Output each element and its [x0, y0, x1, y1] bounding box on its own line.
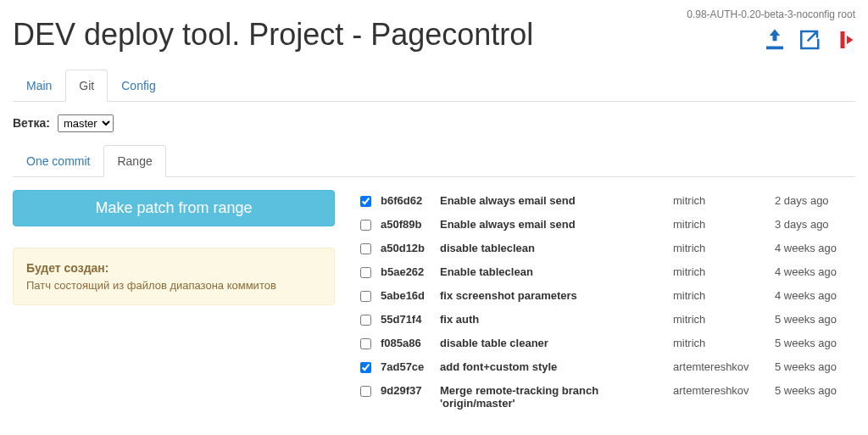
commit-author: mitrich	[673, 218, 766, 231]
branch-select[interactable]: master	[58, 114, 114, 132]
commit-message: Enable always email send	[440, 218, 665, 231]
commit-author: artemtereshkov	[673, 384, 766, 397]
commit-row: b5ae262Enable tablecleanmitrich4 weeks a…	[360, 261, 851, 285]
commit-date: 4 weeks ago	[775, 242, 851, 254]
info-panel-body: Патч состоящий из файлов диапазона комми…	[26, 279, 321, 292]
logout-icon[interactable]	[830, 27, 855, 53]
commit-message: fix screenshot parameters	[440, 289, 665, 302]
commit-row: f085a86disable table cleanermitrich5 wee…	[360, 332, 851, 356]
commit-message: Merge remote-tracking branch 'origin/mas…	[440, 384, 665, 410]
commit-author: mitrich	[673, 313, 766, 326]
commit-checkbox[interactable]	[360, 386, 371, 397]
branch-label: Ветка:	[13, 116, 50, 130]
tab-config[interactable]: Config	[108, 70, 169, 102]
commit-row: 55d71f4fix authmitrich5 weeks ago	[360, 309, 851, 332]
commit-date: 2 days ago	[775, 194, 851, 207]
commit-hash: b5ae262	[381, 265, 431, 278]
commit-author: mitrich	[673, 194, 766, 207]
commit-message: Enable always email send	[440, 194, 665, 207]
commit-checkbox[interactable]	[360, 315, 371, 326]
commit-checkbox[interactable]	[360, 243, 371, 254]
version-label: 0.98-AUTH-0.20-beta-3-noconfig root	[687, 8, 855, 20]
commit-row: 9d29f37Merge remote-tracking branch 'ori…	[360, 380, 851, 414]
commit-hash: f085a86	[381, 337, 431, 349]
commit-checkbox[interactable]	[360, 196, 371, 207]
make-patch-button[interactable]: Make patch from range	[13, 190, 335, 226]
commit-author: mitrich	[673, 289, 766, 302]
commit-row: a50d12bdisable tablecleanmitrich4 weeks …	[360, 237, 851, 261]
commit-checkbox[interactable]	[360, 291, 371, 302]
commit-checkbox[interactable]	[360, 267, 371, 278]
commit-checkbox[interactable]	[360, 362, 371, 373]
commit-message: Enable tableclean	[440, 265, 665, 278]
commit-message: disable tableclean	[440, 242, 665, 254]
commit-hash: 7ad57ce	[381, 360, 431, 373]
commit-author: mitrich	[673, 242, 766, 254]
commit-row: a50f89bEnable always email sendmitrich3 …	[360, 214, 851, 237]
commit-author: mitrich	[673, 265, 766, 278]
subtab-range[interactable]: Range	[103, 145, 165, 177]
commit-message: disable table cleaner	[440, 337, 665, 349]
commit-hash: a50f89b	[381, 218, 431, 231]
commit-date: 5 weeks ago	[775, 337, 851, 349]
info-panel: Будет создан: Патч состоящий из файлов д…	[13, 248, 335, 305]
page-title: DEV deploy tool. Project - Pagecontrol	[13, 17, 533, 53]
commit-hash: 55d71f4	[381, 313, 431, 326]
main-tabs: MainGitConfig	[13, 70, 855, 102]
info-panel-title: Будет создан:	[26, 261, 321, 275]
commit-row: 5abe16dfix screenshot parametersmitrich4…	[360, 285, 851, 309]
commit-message: fix auth	[440, 313, 665, 326]
commit-hash: 5abe16d	[381, 289, 431, 302]
download-icon[interactable]	[762, 27, 787, 53]
commit-author: mitrich	[673, 337, 766, 349]
commit-author: artemtereshkov	[673, 360, 766, 373]
commit-hash: a50d12b	[381, 242, 431, 254]
commit-date: 4 weeks ago	[775, 265, 851, 278]
commit-date: 5 weeks ago	[775, 384, 851, 397]
commit-hash: b6f6d62	[381, 194, 431, 207]
share-icon[interactable]	[796, 27, 821, 53]
sub-tabs: One commitRange	[13, 145, 855, 177]
commit-message: add font+custom style	[440, 360, 665, 373]
commit-checkbox[interactable]	[360, 220, 371, 231]
tab-git[interactable]: Git	[65, 70, 108, 102]
commit-date: 4 weeks ago	[775, 289, 851, 302]
commit-list[interactable]: b6f6d62Enable always email sendmitrich2 …	[360, 190, 855, 419]
tab-main[interactable]: Main	[13, 70, 65, 102]
commit-row: 7ad57ceadd font+custom styleartemtereshk…	[360, 356, 851, 380]
commit-date: 5 weeks ago	[775, 313, 851, 326]
commit-row: b6f6d62Enable always email sendmitrich2 …	[360, 190, 851, 214]
commit-checkbox[interactable]	[360, 338, 371, 349]
subtab-one-commit[interactable]: One commit	[13, 145, 103, 177]
commit-date: 3 days ago	[775, 218, 851, 231]
commit-date: 5 weeks ago	[775, 360, 851, 373]
commit-hash: 9d29f37	[381, 384, 431, 397]
